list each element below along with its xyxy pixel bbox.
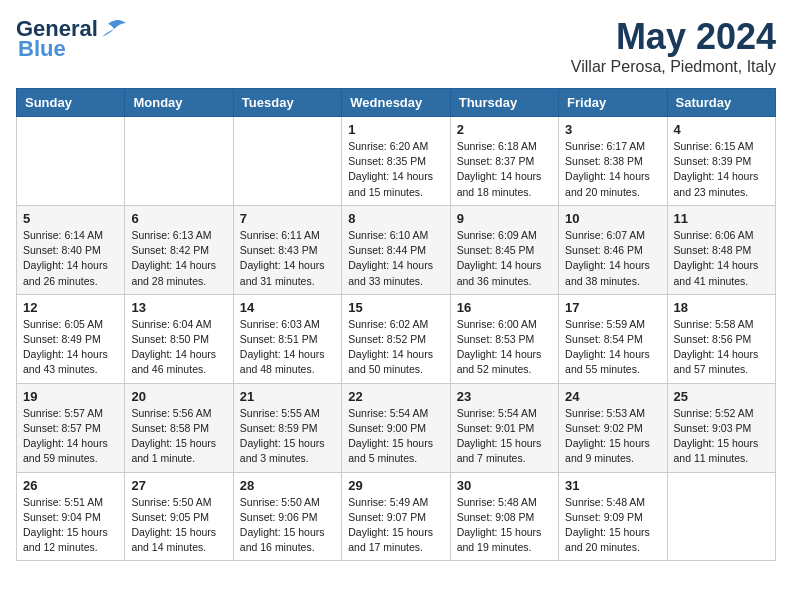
day-number: 28 <box>240 478 335 493</box>
calendar-cell <box>233 117 341 206</box>
calendar-week-row: 12Sunrise: 6:05 AMSunset: 8:49 PMDayligh… <box>17 294 776 383</box>
day-number: 30 <box>457 478 552 493</box>
day-info: Sunrise: 6:09 AMSunset: 8:45 PMDaylight:… <box>457 228 552 289</box>
calendar-cell: 18Sunrise: 5:58 AMSunset: 8:56 PMDayligh… <box>667 294 775 383</box>
day-info: Sunrise: 5:51 AMSunset: 9:04 PMDaylight:… <box>23 495 118 556</box>
calendar-cell: 16Sunrise: 6:00 AMSunset: 8:53 PMDayligh… <box>450 294 558 383</box>
day-info: Sunrise: 5:55 AMSunset: 8:59 PMDaylight:… <box>240 406 335 467</box>
calendar-header-sunday: Sunday <box>17 89 125 117</box>
day-info: Sunrise: 6:11 AMSunset: 8:43 PMDaylight:… <box>240 228 335 289</box>
day-number: 1 <box>348 122 443 137</box>
day-info: Sunrise: 5:54 AMSunset: 9:00 PMDaylight:… <box>348 406 443 467</box>
logo-bird-icon <box>100 19 128 39</box>
day-number: 21 <box>240 389 335 404</box>
day-number: 13 <box>131 300 226 315</box>
day-info: Sunrise: 6:04 AMSunset: 8:50 PMDaylight:… <box>131 317 226 378</box>
day-info: Sunrise: 6:06 AMSunset: 8:48 PMDaylight:… <box>674 228 769 289</box>
day-info: Sunrise: 6:02 AMSunset: 8:52 PMDaylight:… <box>348 317 443 378</box>
month-title: May 2024 <box>571 16 776 58</box>
day-info: Sunrise: 6:10 AMSunset: 8:44 PMDaylight:… <box>348 228 443 289</box>
day-number: 4 <box>674 122 769 137</box>
day-info: Sunrise: 6:17 AMSunset: 8:38 PMDaylight:… <box>565 139 660 200</box>
day-number: 18 <box>674 300 769 315</box>
calendar-cell: 2Sunrise: 6:18 AMSunset: 8:37 PMDaylight… <box>450 117 558 206</box>
day-info: Sunrise: 5:54 AMSunset: 9:01 PMDaylight:… <box>457 406 552 467</box>
day-number: 15 <box>348 300 443 315</box>
day-info: Sunrise: 5:48 AMSunset: 9:09 PMDaylight:… <box>565 495 660 556</box>
calendar-cell: 1Sunrise: 6:20 AMSunset: 8:35 PMDaylight… <box>342 117 450 206</box>
day-number: 29 <box>348 478 443 493</box>
calendar-cell: 5Sunrise: 6:14 AMSunset: 8:40 PMDaylight… <box>17 205 125 294</box>
logo-blue: Blue <box>18 36 66 62</box>
day-info: Sunrise: 6:18 AMSunset: 8:37 PMDaylight:… <box>457 139 552 200</box>
calendar-cell: 20Sunrise: 5:56 AMSunset: 8:58 PMDayligh… <box>125 383 233 472</box>
day-number: 5 <box>23 211 118 226</box>
calendar-cell: 8Sunrise: 6:10 AMSunset: 8:44 PMDaylight… <box>342 205 450 294</box>
calendar-cell: 14Sunrise: 6:03 AMSunset: 8:51 PMDayligh… <box>233 294 341 383</box>
day-number: 16 <box>457 300 552 315</box>
calendar-header-tuesday: Tuesday <box>233 89 341 117</box>
calendar-cell: 17Sunrise: 5:59 AMSunset: 8:54 PMDayligh… <box>559 294 667 383</box>
day-number: 19 <box>23 389 118 404</box>
day-number: 24 <box>565 389 660 404</box>
calendar-cell: 23Sunrise: 5:54 AMSunset: 9:01 PMDayligh… <box>450 383 558 472</box>
day-number: 10 <box>565 211 660 226</box>
calendar-header-monday: Monday <box>125 89 233 117</box>
calendar-cell <box>125 117 233 206</box>
calendar-cell: 31Sunrise: 5:48 AMSunset: 9:09 PMDayligh… <box>559 472 667 561</box>
calendar-cell: 26Sunrise: 5:51 AMSunset: 9:04 PMDayligh… <box>17 472 125 561</box>
calendar-cell: 29Sunrise: 5:49 AMSunset: 9:07 PMDayligh… <box>342 472 450 561</box>
day-info: Sunrise: 6:20 AMSunset: 8:35 PMDaylight:… <box>348 139 443 200</box>
page-header: General Blue May 2024 Villar Perosa, Pie… <box>16 16 776 76</box>
day-number: 23 <box>457 389 552 404</box>
day-info: Sunrise: 6:05 AMSunset: 8:49 PMDaylight:… <box>23 317 118 378</box>
calendar-cell <box>17 117 125 206</box>
location-title: Villar Perosa, Piedmont, Italy <box>571 58 776 76</box>
day-number: 17 <box>565 300 660 315</box>
calendar-cell: 24Sunrise: 5:53 AMSunset: 9:02 PMDayligh… <box>559 383 667 472</box>
day-number: 31 <box>565 478 660 493</box>
calendar-header-wednesday: Wednesday <box>342 89 450 117</box>
day-info: Sunrise: 5:56 AMSunset: 8:58 PMDaylight:… <box>131 406 226 467</box>
calendar-cell <box>667 472 775 561</box>
calendar-header-saturday: Saturday <box>667 89 775 117</box>
day-info: Sunrise: 5:52 AMSunset: 9:03 PMDaylight:… <box>674 406 769 467</box>
day-number: 7 <box>240 211 335 226</box>
day-info: Sunrise: 6:07 AMSunset: 8:46 PMDaylight:… <box>565 228 660 289</box>
day-info: Sunrise: 6:00 AMSunset: 8:53 PMDaylight:… <box>457 317 552 378</box>
day-number: 14 <box>240 300 335 315</box>
calendar-cell: 9Sunrise: 6:09 AMSunset: 8:45 PMDaylight… <box>450 205 558 294</box>
day-number: 12 <box>23 300 118 315</box>
calendar-header-thursday: Thursday <box>450 89 558 117</box>
day-info: Sunrise: 5:59 AMSunset: 8:54 PMDaylight:… <box>565 317 660 378</box>
calendar-week-row: 1Sunrise: 6:20 AMSunset: 8:35 PMDaylight… <box>17 117 776 206</box>
day-info: Sunrise: 5:58 AMSunset: 8:56 PMDaylight:… <box>674 317 769 378</box>
day-number: 6 <box>131 211 226 226</box>
day-number: 26 <box>23 478 118 493</box>
calendar-cell: 10Sunrise: 6:07 AMSunset: 8:46 PMDayligh… <box>559 205 667 294</box>
day-info: Sunrise: 5:48 AMSunset: 9:08 PMDaylight:… <box>457 495 552 556</box>
calendar-cell: 15Sunrise: 6:02 AMSunset: 8:52 PMDayligh… <box>342 294 450 383</box>
day-number: 9 <box>457 211 552 226</box>
day-info: Sunrise: 5:53 AMSunset: 9:02 PMDaylight:… <box>565 406 660 467</box>
day-info: Sunrise: 6:13 AMSunset: 8:42 PMDaylight:… <box>131 228 226 289</box>
calendar-cell: 19Sunrise: 5:57 AMSunset: 8:57 PMDayligh… <box>17 383 125 472</box>
calendar-cell: 25Sunrise: 5:52 AMSunset: 9:03 PMDayligh… <box>667 383 775 472</box>
day-number: 25 <box>674 389 769 404</box>
day-number: 27 <box>131 478 226 493</box>
calendar-cell: 21Sunrise: 5:55 AMSunset: 8:59 PMDayligh… <box>233 383 341 472</box>
calendar-cell: 30Sunrise: 5:48 AMSunset: 9:08 PMDayligh… <box>450 472 558 561</box>
day-info: Sunrise: 5:57 AMSunset: 8:57 PMDaylight:… <box>23 406 118 467</box>
day-number: 11 <box>674 211 769 226</box>
calendar-header-row: SundayMondayTuesdayWednesdayThursdayFrid… <box>17 89 776 117</box>
calendar-cell: 27Sunrise: 5:50 AMSunset: 9:05 PMDayligh… <box>125 472 233 561</box>
day-info: Sunrise: 6:03 AMSunset: 8:51 PMDaylight:… <box>240 317 335 378</box>
calendar-cell: 11Sunrise: 6:06 AMSunset: 8:48 PMDayligh… <box>667 205 775 294</box>
calendar-cell: 3Sunrise: 6:17 AMSunset: 8:38 PMDaylight… <box>559 117 667 206</box>
day-info: Sunrise: 5:50 AMSunset: 9:05 PMDaylight:… <box>131 495 226 556</box>
calendar-week-row: 26Sunrise: 5:51 AMSunset: 9:04 PMDayligh… <box>17 472 776 561</box>
day-number: 3 <box>565 122 660 137</box>
calendar-cell: 13Sunrise: 6:04 AMSunset: 8:50 PMDayligh… <box>125 294 233 383</box>
calendar-table: SundayMondayTuesdayWednesdayThursdayFrid… <box>16 88 776 561</box>
day-info: Sunrise: 6:14 AMSunset: 8:40 PMDaylight:… <box>23 228 118 289</box>
